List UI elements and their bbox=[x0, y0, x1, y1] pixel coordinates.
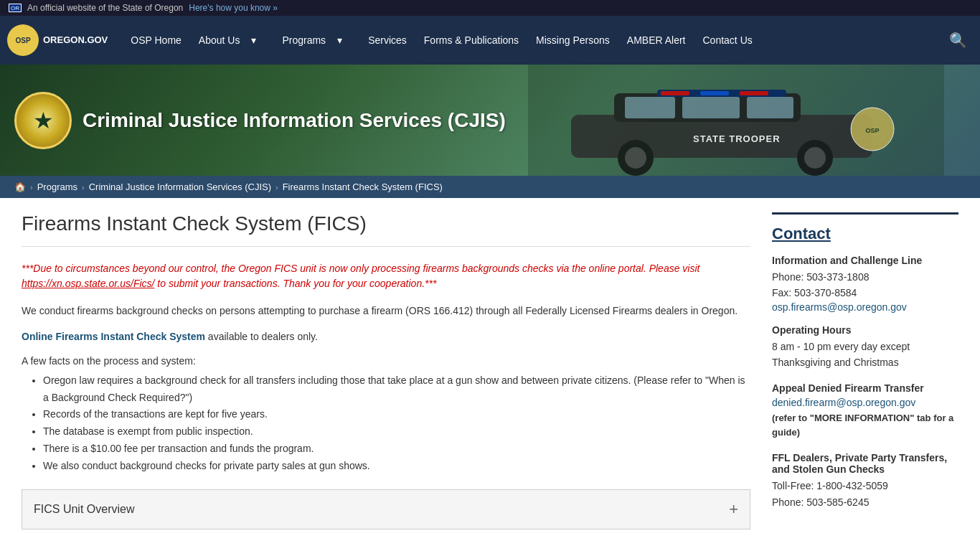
nav-link-services[interactable]: Services bbox=[359, 29, 415, 52]
nav-link-programs[interactable]: Programs ▾ bbox=[273, 23, 359, 57]
sidebar-contact: Contact Information and Challenge Line P… bbox=[772, 212, 958, 510]
body-paragraph-1: We conduct firearms background checks on… bbox=[22, 303, 750, 319]
hero-title: Criminal Justice Information Services (C… bbox=[83, 109, 506, 132]
ffl-phone: Phone: 503-585-6245 bbox=[772, 494, 958, 510]
fact-item-2: Records of the transactions are kept for… bbox=[43, 406, 750, 423]
hero-shield-icon: ★ bbox=[14, 92, 72, 149]
nav-item-programs[interactable]: Programs ▾ bbox=[273, 23, 359, 57]
nav-link-osp-home[interactable]: OSP Home bbox=[122, 29, 190, 52]
accordion: FICS Unit Overview + bbox=[22, 489, 750, 529]
patrol-car-image: STATE TROOPER OSP bbox=[528, 65, 944, 176]
online-link-suffix: available to dealers only. bbox=[205, 331, 318, 342]
how-you-know-link[interactable]: Here's how you know » bbox=[189, 3, 278, 13]
breadcrumb: 🏠 › Programs › Criminal Justice Informat… bbox=[0, 176, 980, 198]
logo-text: OREGON.GOV bbox=[43, 34, 108, 46]
search-button[interactable]: 🔍 bbox=[943, 26, 973, 55]
breadcrumb-cjis-link[interactable]: Criminal Justice Information Services (C… bbox=[89, 182, 271, 192]
contact-section-info-line: Information and Challenge Line Phone: 50… bbox=[772, 255, 958, 313]
nav-item-services[interactable]: Services bbox=[359, 29, 415, 52]
content-area: Firearms Instant Check System (FICS) ***… bbox=[22, 212, 750, 529]
svg-rect-12 bbox=[700, 91, 729, 95]
site-logo[interactable]: OSP OREGON.GOV bbox=[7, 24, 108, 56]
nav-link-amber-alert[interactable]: AMBER Alert bbox=[618, 29, 694, 52]
nav-link-contact-us[interactable]: Contact Us bbox=[694, 29, 761, 52]
svg-point-9 bbox=[804, 147, 826, 169]
nav-link-about-us[interactable]: About Us ▾ bbox=[190, 23, 274, 57]
oregon-flag-icon: OR bbox=[9, 4, 22, 12]
breadcrumb-sep-1: › bbox=[30, 183, 33, 192]
svg-point-7 bbox=[625, 147, 646, 169]
contact-section-hours: Operating Hours 8 am - 10 pm every day e… bbox=[772, 324, 958, 371]
svg-rect-5 bbox=[747, 97, 793, 118]
fact-item-4: There is a $10.00 fee per transaction an… bbox=[43, 441, 750, 458]
ffl-title: FFL Dealers, Private Party Transfers, an… bbox=[772, 452, 958, 475]
programs-chevron-icon: ▾ bbox=[329, 29, 351, 52]
svg-rect-11 bbox=[661, 91, 689, 95]
info-email-link[interactable]: osp.firearms@osp.oregon.gov bbox=[772, 301, 907, 313]
alert-text-suffix: to submit your transactions. Thank you f… bbox=[154, 278, 436, 289]
online-fics-link[interactable]: Online Firearms Instant Check System bbox=[22, 331, 205, 342]
hero-logo: ★ bbox=[14, 92, 72, 149]
facts-intro: A few facts on the process and system: bbox=[22, 355, 750, 367]
nav-menu: OSP Home About Us ▾ Programs ▾ Services … bbox=[122, 23, 760, 57]
svg-rect-4 bbox=[682, 97, 740, 118]
home-icon: 🏠 bbox=[14, 182, 26, 192]
top-banner: OR An official website of the State of O… bbox=[0, 0, 980, 16]
fact-item-3: The database is exempt from public inspe… bbox=[43, 423, 750, 441]
breadcrumb-programs-link[interactable]: Programs bbox=[37, 182, 77, 192]
nav-link-missing-persons[interactable]: Missing Persons bbox=[527, 29, 618, 52]
breadcrumb-home-link[interactable]: 🏠 bbox=[14, 182, 26, 192]
appeal-extra: (refer to "MORE INFORMATION" tab for a g… bbox=[772, 411, 958, 441]
main-header: OSP OREGON.GOV OSP Home About Us ▾ Progr… bbox=[0, 16, 980, 65]
breadcrumb-programs-label: Programs bbox=[37, 182, 77, 192]
nav-item-amber-alert[interactable]: AMBER Alert bbox=[618, 29, 694, 52]
online-system-paragraph: Online Firearms Instant Check System ava… bbox=[22, 329, 750, 344]
hours-text: 8 am - 10 pm every day except Thanksgivi… bbox=[772, 339, 958, 371]
breadcrumb-cjis-label: Criminal Justice Information Services (C… bbox=[89, 182, 271, 192]
contact-section-appeal: Appeal Denied Firearm Transfer denied.fi… bbox=[772, 382, 958, 441]
sidebar: Contact Information and Challenge Line P… bbox=[772, 212, 958, 529]
alert-notice: ***Due to circumstances beyond our contr… bbox=[22, 261, 750, 291]
breadcrumb-fics-label: Firearms Instant Check System (FICS) bbox=[283, 182, 443, 192]
official-text: An official website of the State of Oreg… bbox=[27, 3, 183, 13]
ffl-tollfree: Toll-Free: 1-800-432-5059 bbox=[772, 478, 958, 494]
info-phone: Phone: 503-373-1808 bbox=[772, 269, 958, 285]
hero-star-icon: ★ bbox=[33, 107, 54, 134]
info-line-title: Information and Challenge Line bbox=[772, 255, 958, 266]
page-title: Firearms Instant Check System (FICS) bbox=[22, 212, 750, 247]
nav-item-forms[interactable]: Forms & Publications bbox=[415, 29, 527, 52]
svg-rect-3 bbox=[625, 97, 675, 118]
nav-item-contact-us[interactable]: Contact Us bbox=[694, 29, 761, 52]
facts-list: Oregon law requires a background check f… bbox=[43, 372, 750, 475]
fact-item-5: We also conduct background checks for pr… bbox=[43, 458, 750, 475]
hours-title: Operating Hours bbox=[772, 324, 958, 336]
accordion-header[interactable]: FICS Unit Overview + bbox=[22, 490, 750, 529]
about-us-chevron-icon: ▾ bbox=[242, 29, 265, 52]
main-content: Firearms Instant Check System (FICS) ***… bbox=[0, 198, 980, 544]
nav-item-missing-persons[interactable]: Missing Persons bbox=[527, 29, 618, 52]
hero-banner: STATE TROOPER OSP ★ Criminal Justice Inf… bbox=[0, 65, 980, 176]
nav-item-osp-home[interactable]: OSP Home bbox=[122, 29, 190, 52]
fact-item-1: Oregon law requires a background check f… bbox=[43, 372, 750, 407]
svg-text:STATE TROOPER: STATE TROOPER bbox=[693, 133, 781, 144]
alert-text-prefix: ***Due to circumstances beyond our contr… bbox=[22, 263, 699, 274]
nav-link-forms[interactable]: Forms & Publications bbox=[415, 29, 527, 52]
appeal-title: Appeal Denied Firearm Transfer bbox=[772, 382, 958, 394]
contact-heading: Contact bbox=[772, 225, 958, 243]
logo-shield: OSP bbox=[7, 24, 39, 56]
nav-item-about-us[interactable]: About Us ▾ bbox=[190, 23, 274, 57]
contact-section-ffl: FFL Dealers, Private Party Transfers, an… bbox=[772, 452, 958, 510]
svg-text:OSP: OSP bbox=[865, 127, 879, 134]
breadcrumb-sep-2: › bbox=[82, 183, 85, 192]
alert-portal-link[interactable]: https://xn.osp.state.or.us/Fics/ bbox=[22, 278, 154, 289]
appeal-email-link[interactable]: denied.firearm@osp.oregon.gov bbox=[772, 397, 915, 408]
accordion-title: FICS Unit Overview bbox=[34, 503, 134, 516]
accordion-expand-icon: + bbox=[729, 500, 738, 519]
main-nav: OSP Home About Us ▾ Programs ▾ Services … bbox=[122, 23, 760, 57]
breadcrumb-sep-3: › bbox=[275, 183, 278, 192]
info-fax: Fax: 503-370-8584 bbox=[772, 285, 958, 301]
svg-rect-13 bbox=[740, 91, 768, 95]
